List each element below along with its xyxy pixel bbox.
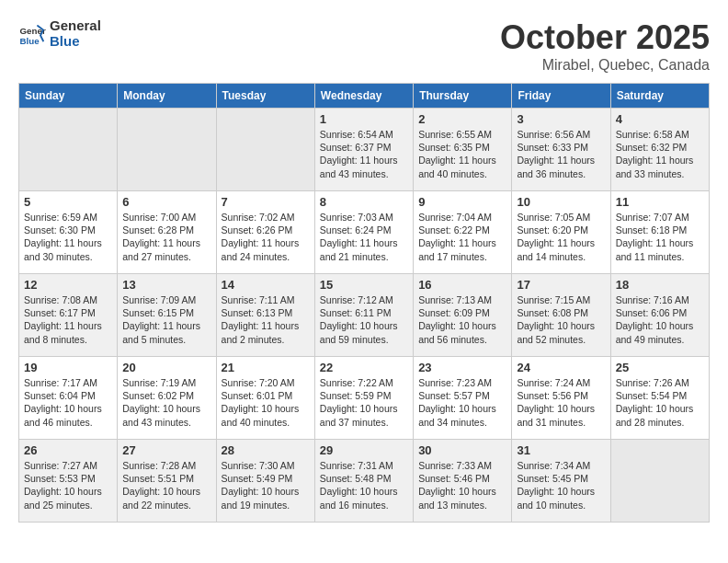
day-number: 29	[320, 443, 408, 457]
day-info: Sunrise: 6:56 AMSunset: 6:33 PMDaylight:…	[517, 128, 605, 180]
day-number: 3	[517, 112, 605, 126]
day-info: Sunrise: 7:30 AMSunset: 5:49 PMDaylight:…	[222, 459, 310, 511]
calendar-day-cell: 5Sunrise: 6:59 AMSunset: 6:30 PMDaylight…	[19, 191, 118, 274]
day-number: 10	[517, 195, 605, 209]
calendar-day-cell: 20Sunrise: 7:19 AMSunset: 6:02 PMDayligh…	[118, 357, 216, 440]
weekday-header: Sunday	[19, 84, 118, 109]
day-number: 18	[616, 278, 704, 292]
day-number: 17	[517, 278, 605, 292]
day-number: 21	[222, 361, 310, 374]
calendar-day-cell: 25Sunrise: 7:26 AMSunset: 5:54 PMDayligh…	[610, 357, 709, 440]
day-number: 28	[222, 443, 310, 457]
day-info: Sunrise: 7:22 AMSunset: 5:59 PMDaylight:…	[320, 376, 408, 429]
calendar-day-cell: 26Sunrise: 7:27 AMSunset: 5:53 PMDayligh…	[19, 440, 118, 523]
day-number: 24	[517, 361, 605, 374]
calendar-day-cell: 24Sunrise: 7:24 AMSunset: 5:56 PMDayligh…	[512, 357, 610, 440]
logo: General Blue General Blue	[18, 18, 101, 49]
weekday-header: Wednesday	[314, 84, 413, 109]
day-number: 31	[517, 443, 605, 457]
calendar-week-row: 12Sunrise: 7:08 AMSunset: 6:17 PMDayligh…	[19, 274, 710, 357]
calendar-day-cell: 28Sunrise: 7:30 AMSunset: 5:49 PMDayligh…	[216, 440, 314, 523]
calendar-header-row: SundayMondayTuesdayWednesdayThursdayFrid…	[19, 84, 710, 109]
day-info: Sunrise: 7:17 AMSunset: 6:04 PMDaylight:…	[24, 376, 112, 429]
svg-text:Blue: Blue	[20, 35, 40, 45]
day-info: Sunrise: 7:24 AMSunset: 5:56 PMDaylight:…	[517, 376, 605, 429]
day-number: 8	[320, 195, 408, 209]
calendar-day-cell: 1Sunrise: 6:54 AMSunset: 6:37 PMDaylight…	[314, 109, 413, 191]
day-info: Sunrise: 7:23 AMSunset: 5:57 PMDaylight:…	[418, 376, 506, 429]
day-info: Sunrise: 6:54 AMSunset: 6:37 PMDaylight:…	[320, 128, 408, 180]
calendar-table: SundayMondayTuesdayWednesdayThursdayFrid…	[18, 83, 710, 523]
day-info: Sunrise: 7:03 AMSunset: 6:24 PMDaylight:…	[320, 211, 408, 263]
day-info: Sunrise: 7:02 AMSunset: 6:26 PMDaylight:…	[222, 211, 310, 263]
calendar-day-cell	[19, 109, 118, 191]
calendar-day-cell: 7Sunrise: 7:02 AMSunset: 6:26 PMDaylight…	[216, 191, 314, 274]
weekday-header: Thursday	[414, 84, 512, 109]
calendar-day-cell: 6Sunrise: 7:00 AMSunset: 6:28 PMDaylight…	[118, 191, 216, 274]
day-number: 19	[24, 361, 112, 374]
day-info: Sunrise: 7:33 AMSunset: 5:46 PMDaylight:…	[418, 459, 506, 511]
calendar-day-cell: 9Sunrise: 7:04 AMSunset: 6:22 PMDaylight…	[414, 191, 512, 274]
day-info: Sunrise: 6:58 AMSunset: 6:32 PMDaylight:…	[616, 128, 704, 180]
day-number: 26	[24, 443, 112, 457]
day-info: Sunrise: 7:27 AMSunset: 5:53 PMDaylight:…	[24, 459, 112, 511]
day-number: 27	[122, 443, 210, 457]
day-info: Sunrise: 7:00 AMSunset: 6:28 PMDaylight:…	[122, 211, 210, 263]
day-info: Sunrise: 7:05 AMSunset: 6:20 PMDaylight:…	[517, 211, 605, 263]
day-info: Sunrise: 7:19 AMSunset: 6:02 PMDaylight:…	[122, 376, 210, 429]
day-info: Sunrise: 7:31 AMSunset: 5:48 PMDaylight:…	[320, 459, 408, 511]
day-number: 12	[24, 278, 112, 292]
calendar-week-row: 19Sunrise: 7:17 AMSunset: 6:04 PMDayligh…	[19, 357, 710, 440]
calendar-day-cell	[610, 440, 709, 523]
day-info: Sunrise: 7:28 AMSunset: 5:51 PMDaylight:…	[122, 459, 210, 511]
day-number: 5	[24, 195, 112, 209]
day-number: 30	[418, 443, 506, 457]
day-number: 16	[418, 278, 506, 292]
day-info: Sunrise: 7:04 AMSunset: 6:22 PMDaylight:…	[418, 211, 506, 263]
calendar-day-cell: 18Sunrise: 7:16 AMSunset: 6:06 PMDayligh…	[610, 274, 709, 357]
day-number: 6	[122, 195, 210, 209]
logo-text-blue: Blue	[50, 34, 101, 50]
day-info: Sunrise: 6:59 AMSunset: 6:30 PMDaylight:…	[24, 211, 112, 263]
calendar-day-cell: 21Sunrise: 7:20 AMSunset: 6:01 PMDayligh…	[216, 357, 314, 440]
day-info: Sunrise: 6:55 AMSunset: 6:35 PMDaylight:…	[418, 128, 506, 180]
calendar-week-row: 5Sunrise: 6:59 AMSunset: 6:30 PMDaylight…	[19, 191, 710, 274]
day-number: 1	[320, 112, 408, 126]
calendar-day-cell: 8Sunrise: 7:03 AMSunset: 6:24 PMDaylight…	[314, 191, 413, 274]
day-number: 11	[616, 195, 704, 209]
calendar-day-cell	[118, 109, 216, 191]
day-number: 22	[320, 361, 408, 374]
weekday-header: Friday	[512, 84, 610, 109]
calendar-day-cell: 3Sunrise: 6:56 AMSunset: 6:33 PMDaylight…	[512, 109, 610, 191]
calendar-day-cell: 13Sunrise: 7:09 AMSunset: 6:15 PMDayligh…	[118, 274, 216, 357]
day-number: 9	[418, 195, 506, 209]
weekday-header: Monday	[118, 84, 216, 109]
day-info: Sunrise: 7:08 AMSunset: 6:17 PMDaylight:…	[24, 293, 112, 346]
day-number: 14	[222, 278, 310, 292]
day-info: Sunrise: 7:34 AMSunset: 5:45 PMDaylight:…	[517, 459, 605, 511]
title-area: October 2025 Mirabel, Quebec, Canada	[500, 18, 710, 74]
calendar-day-cell: 31Sunrise: 7:34 AMSunset: 5:45 PMDayligh…	[512, 440, 610, 523]
calendar-day-cell: 15Sunrise: 7:12 AMSunset: 6:11 PMDayligh…	[314, 274, 413, 357]
day-number: 2	[418, 112, 506, 126]
calendar-day-cell: 19Sunrise: 7:17 AMSunset: 6:04 PMDayligh…	[19, 357, 118, 440]
day-number: 13	[122, 278, 210, 292]
calendar-day-cell: 17Sunrise: 7:15 AMSunset: 6:08 PMDayligh…	[512, 274, 610, 357]
header: General Blue General Blue October 2025 M…	[18, 18, 710, 74]
month-title: October 2025	[500, 18, 710, 57]
day-info: Sunrise: 7:20 AMSunset: 6:01 PMDaylight:…	[222, 376, 310, 429]
calendar-week-row: 1Sunrise: 6:54 AMSunset: 6:37 PMDaylight…	[19, 109, 710, 191]
day-number: 20	[122, 361, 210, 374]
calendar-day-cell: 12Sunrise: 7:08 AMSunset: 6:17 PMDayligh…	[19, 274, 118, 357]
day-number: 15	[320, 278, 408, 292]
day-number: 23	[418, 361, 506, 374]
calendar-day-cell: 16Sunrise: 7:13 AMSunset: 6:09 PMDayligh…	[414, 274, 512, 357]
day-info: Sunrise: 7:11 AMSunset: 6:13 PMDaylight:…	[222, 293, 310, 346]
calendar-day-cell: 27Sunrise: 7:28 AMSunset: 5:51 PMDayligh…	[118, 440, 216, 523]
calendar-day-cell: 4Sunrise: 6:58 AMSunset: 6:32 PMDaylight…	[610, 109, 709, 191]
day-info: Sunrise: 7:26 AMSunset: 5:54 PMDaylight:…	[616, 376, 704, 429]
calendar-day-cell: 29Sunrise: 7:31 AMSunset: 5:48 PMDayligh…	[314, 440, 413, 523]
calendar-day-cell: 2Sunrise: 6:55 AMSunset: 6:35 PMDaylight…	[414, 109, 512, 191]
calendar-day-cell: 10Sunrise: 7:05 AMSunset: 6:20 PMDayligh…	[512, 191, 610, 274]
weekday-header: Tuesday	[216, 84, 314, 109]
